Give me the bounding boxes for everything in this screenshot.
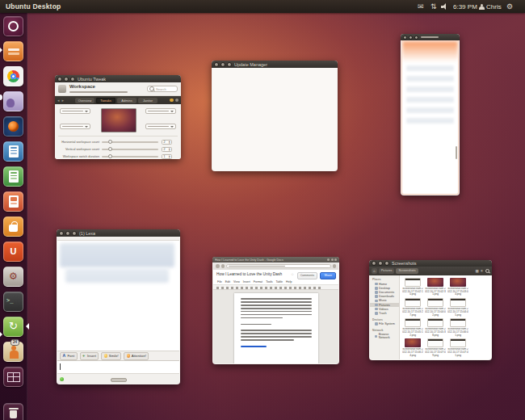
messenger-icon[interactable]: 24	[3, 342, 23, 362]
minimize-button[interactable]	[327, 258, 330, 261]
search-icon[interactable]	[485, 269, 490, 274]
chat-conversation-window[interactable]: (1) Lexa AFont+InsertSmile!Attention!	[57, 229, 180, 384]
update-manager-window[interactable]: Update Manager	[212, 61, 338, 171]
browser-menu-button[interactable]	[333, 264, 337, 268]
forward-button[interactable]	[221, 264, 225, 268]
volume-indicator-icon[interactable]	[441, 0, 447, 13]
list-view-icon[interactable]: ≡	[481, 268, 483, 274]
maximize-button[interactable]	[384, 261, 389, 266]
tab-janitor[interactable]: Janitor	[138, 98, 158, 103]
share-button[interactable]: Share	[320, 272, 336, 279]
info-icon[interactable]	[175, 99, 179, 103]
firefox-icon[interactable]	[3, 116, 23, 136]
file-item[interactable]: Screenshot from 2012-10-17 15:02:10.png	[402, 278, 423, 296]
slider-spinbox[interactable]: 2▴▾	[162, 147, 172, 153]
trash-icon[interactable]	[3, 403, 23, 420]
file-item[interactable]: Screenshot from 2012-10-17 15:07:09.png	[425, 338, 446, 357]
menu-help[interactable]: Help	[286, 280, 292, 284]
tab-tweaks[interactable]: Tweaks	[96, 98, 116, 103]
ubuntu-one-icon[interactable]: U	[3, 242, 23, 262]
terminal-icon[interactable]: >_	[3, 292, 23, 312]
grid-view-icon[interactable]: ▦	[476, 268, 479, 274]
file-item[interactable]: Screenshot from 2012-10-17 15:06:24.png	[402, 338, 423, 357]
dash-home-button[interactable]	[3, 16, 23, 36]
user-name[interactable]: Chris	[486, 0, 502, 13]
close-button[interactable]	[57, 77, 62, 82]
document-page[interactable]	[234, 293, 318, 363]
slider-track[interactable]	[102, 141, 158, 143]
mail-indicator-icon[interactable]: ✉	[418, 0, 424, 13]
maximize-button[interactable]	[227, 62, 232, 67]
attention-button[interactable]: Attention!	[124, 352, 149, 360]
tab-admins[interactable]: Admins	[117, 98, 136, 103]
spin-arrows[interactable]: ▴▾	[169, 148, 170, 152]
menu-insert[interactable]: Insert	[243, 280, 250, 284]
buddy-list-window[interactable]	[401, 34, 460, 195]
workspace-top-right-combo[interactable]	[145, 108, 176, 114]
comments-button[interactable]: Comments	[297, 272, 317, 279]
files-icon[interactable]	[3, 41, 23, 61]
slider-knob[interactable]	[108, 147, 112, 151]
close-button[interactable]	[372, 261, 376, 266]
libreoffice-impress-icon[interactable]	[3, 191, 23, 212]
spin-arrows[interactable]: ▴▾	[169, 155, 170, 159]
forward-icon[interactable]: ▸	[62, 98, 65, 103]
libreoffice-calc-icon[interactable]	[3, 166, 23, 187]
slider-track[interactable]	[102, 149, 158, 150]
resize-grip[interactable]	[111, 378, 127, 382]
breadcrumb-pictures[interactable]: Pictures	[379, 268, 395, 274]
sidebar-item-file-system[interactable]: File System	[370, 322, 399, 326]
smile-button[interactable]: Smile!	[101, 352, 121, 360]
menu-tools[interactable]: Tools	[266, 280, 272, 284]
file-item[interactable]: Screenshot from 2012-10-17 15:03:04.png	[447, 278, 468, 296]
workspace-bottom-left-combo[interactable]	[60, 124, 90, 129]
file-manager-window[interactable]: Screenshots ⌂ Pictures Screenshots ▦ ≡ P…	[369, 260, 492, 360]
close-button[interactable]	[403, 36, 407, 40]
slider-spinbox[interactable]: 2▴▾	[162, 140, 172, 145]
menu-file[interactable]: File	[217, 280, 222, 284]
minimize-button[interactable]	[409, 36, 413, 40]
slider-knob[interactable]	[108, 140, 112, 144]
document-title[interactable]: How I Learned to Love the Unity Dash	[216, 272, 282, 276]
tweak-settings-window[interactable]: Ubuntu Tweak Workspace Search ◂ ▸ Overvi…	[55, 75, 181, 159]
minimize-button[interactable]	[65, 231, 70, 236]
file-item[interactable]: Screenshot from 2012-10-17 15:05:12.png	[402, 318, 423, 337]
close-button[interactable]	[214, 62, 219, 67]
tab-overview[interactable]: Overview	[75, 98, 94, 103]
sidebar-item-browse-network[interactable]: Browse Network	[370, 333, 399, 340]
file-item[interactable]: Screenshot from 2012-10-17 15:05:38.png	[425, 318, 446, 337]
back-icon[interactable]: ◂	[57, 98, 60, 103]
slider-spinbox[interactable]: 1▴▾	[162, 154, 172, 160]
close-button[interactable]	[334, 258, 337, 261]
home-breadcrumb-icon[interactable]: ⌂	[372, 268, 377, 274]
pidgin-icon[interactable]	[3, 91, 23, 111]
file-item[interactable]: Screenshot from 2012-10-17 15:06:01.png	[447, 318, 468, 337]
scrollbar-thumb[interactable]	[456, 146, 457, 159]
font-button[interactable]: AFont	[60, 352, 78, 360]
menu-view[interactable]: View	[233, 280, 240, 284]
breadcrumb-screenshots[interactable]: Screenshots	[396, 268, 418, 274]
maximize-button[interactable]	[331, 258, 334, 261]
system-settings-icon[interactable]: ⚙	[3, 267, 23, 287]
clock-indicator[interactable]: 6:39 PM	[453, 0, 477, 13]
maximize-button[interactable]	[70, 77, 75, 82]
user-menu[interactable]	[479, 0, 486, 13]
maximize-button[interactable]	[72, 231, 77, 236]
file-item[interactable]: ⚙Screenshot from 2012-10-17 15:08:16.png	[402, 359, 423, 359]
slider-knob[interactable]	[108, 154, 112, 158]
maximize-button[interactable]	[414, 36, 418, 40]
libreoffice-writer-icon[interactable]	[3, 141, 23, 162]
software-center-icon[interactable]	[3, 216, 23, 237]
star-icon[interactable]: ☆	[291, 272, 294, 276]
workspace-top-left-combo[interactable]	[60, 108, 90, 114]
chrome-icon[interactable]	[3, 66, 23, 86]
file-item[interactable]: Screenshot from 2012-10-17 15:04:45.png	[447, 298, 468, 317]
message-input[interactable]	[57, 360, 179, 373]
close-button[interactable]	[59, 231, 64, 236]
address-bar[interactable]	[226, 264, 331, 268]
minimize-button[interactable]	[64, 77, 69, 82]
menu-format[interactable]: Format	[254, 280, 262, 284]
workspace-bottom-right-combo[interactable]	[145, 124, 176, 129]
file-item[interactable]: Screenshot from 2012-10-17 15:04:02.png	[425, 298, 446, 317]
minimize-button[interactable]	[378, 261, 383, 266]
